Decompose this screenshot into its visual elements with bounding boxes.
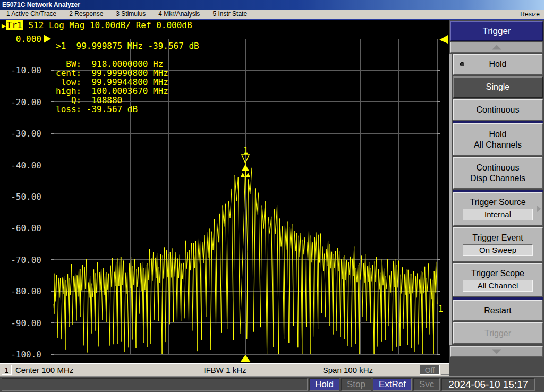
marker-readout-line: high: 100.0003670 MHz (56, 87, 199, 96)
span-label[interactable]: Span 100 kHz (323, 365, 373, 374)
marker-readout-line: BW: 918.0000000 Hz (56, 59, 199, 69)
stimulus-marker-icon[interactable] (240, 355, 251, 362)
softkey-value: On Sweep (463, 244, 533, 256)
softkey-single[interactable]: Single (453, 76, 543, 98)
active-trace-arrow-icon: ▶ (2, 22, 6, 30)
status-svc: Svc (413, 378, 440, 391)
status-message-area (2, 378, 308, 391)
softkey-label: Continuous (477, 163, 520, 173)
softkey-side-strip (449, 54, 452, 345)
softkey-trigger-scope[interactable]: Trigger ScopeAll Channel (453, 263, 543, 297)
menu-item-4[interactable]: 4 Mkr/Analysis (152, 10, 206, 19)
trace-name[interactable]: Tr1 (6, 20, 23, 30)
softkey-menu-title: Trigger (450, 21, 543, 41)
menu-item-3[interactable]: 3 Stimulus (109, 10, 152, 19)
menu-item-5[interactable]: 5 Instr State (206, 10, 253, 19)
ref-level-marker-right-icon[interactable] (439, 35, 448, 44)
menu-items: 1 Active Ch/Trace2 Response3 Stimulus4 M… (0, 10, 253, 19)
y-axis-tick-label: -90.00 (0, 318, 41, 328)
y-axis-tick-label: -30.00 (0, 129, 41, 139)
y-axis-tick-label: -20.00 (0, 97, 41, 107)
softkey-label: All Channels (474, 140, 522, 150)
softkey-buttons: HoldSingleContinuousHoldAll ChannelsCont… (453, 54, 543, 345)
status-stop: Stop (341, 378, 371, 391)
y-axis-tick-label: -60.00 (0, 223, 41, 233)
menu-item-1[interactable]: 1 Active Ch/Trace (0, 10, 63, 19)
softkey-label: Continuous (477, 105, 520, 115)
ref-level-marker-left-icon[interactable] (44, 35, 51, 43)
ifbw-label[interactable]: IFBW 1 kHz (0, 365, 450, 374)
triangle-up-icon (492, 45, 502, 50)
softkey-continuous[interactable]: Continuous (453, 99, 543, 121)
trace-number-label: 1 (438, 304, 443, 314)
bandwidth-high-marker-icon (246, 173, 250, 177)
marker-readout-line: low: 99.99944800 MHz (56, 78, 199, 87)
marker-readout-line: >1 99.999875 MHz -39.567 dB (56, 41, 199, 50)
softkey-restart[interactable]: Restart (453, 300, 543, 321)
softkey-value: All Channel (463, 280, 533, 292)
y-axis-tick-label: -80.00 (0, 286, 41, 296)
softkey-label: Hold (489, 59, 507, 70)
y-axis-tick-label: -40.00 (0, 160, 41, 171)
trace-header[interactable]: ▶Tr1 S12 Log Mag 10.00dB/ Ref 0.000dB (2, 21, 192, 31)
window-title: E5071C Network Analyzer (2, 1, 80, 8)
softkey-label: Restart (484, 305, 512, 316)
softkey-label: Trigger (484, 328, 511, 339)
instrument-display: 11 ▶Tr1 S12 Log Mag 10.00dB/ Ref 0.000dB… (0, 20, 450, 363)
entry-bar: 1 Center 100 MHz IFBW 1 kHz Span 100 kHz… (0, 363, 450, 376)
status-hold: Hold (309, 378, 339, 391)
softkey-continuous-disp-channels[interactable]: ContinuousDisp Channels (453, 157, 543, 189)
marker-readout-line: loss: -39.567 dB (56, 105, 199, 114)
datetime-display: 2024-06-10 15:17 (441, 378, 535, 391)
marker-readout-line: cent: 99.99990800 MHz (56, 69, 199, 78)
softkey-trigger-source[interactable]: Trigger SourceInternal (453, 192, 543, 226)
softkey-hold-all-channels[interactable]: HoldAll Channels (453, 123, 543, 156)
y-axis-tick-label: -10.00 (0, 65, 41, 75)
softkey-label: Single (486, 82, 509, 92)
marker-readout-line (56, 50, 199, 59)
y-axis-tick-label: -50.00 (0, 192, 41, 202)
resize-button[interactable]: Resize (516, 11, 544, 18)
trace-params: S12 Log Mag 10.00dB/ Ref 0.000dB (23, 20, 192, 30)
status-bar: HoldStopExtRefSvc 2024-06-10 15:17 (0, 376, 544, 392)
menu-bar: 1 Active Ch/Trace2 Response3 Stimulus4 M… (0, 10, 544, 20)
y-axis-tick-label: -100.0 (0, 350, 41, 360)
submenu-arrow-icon (537, 205, 541, 212)
y-axis-tick-label: 0.000 (0, 34, 41, 44)
softkey-label: Disp Channels (470, 173, 525, 184)
entry-bar-endcap (441, 365, 449, 375)
app-window: E5071C Network Analyzer 1 Active Ch/Trac… (0, 0, 544, 392)
status-indicators: HoldStopExtRefSvc (308, 378, 440, 391)
marker-readout-line: Q: 108880 (56, 96, 199, 105)
radio-dot-icon (460, 62, 464, 66)
scroll-down-button[interactable] (450, 346, 543, 357)
softkey-trigger-event[interactable]: Trigger EventOn Sweep (453, 227, 543, 262)
off-badge: Off (420, 365, 440, 375)
softkey-label: Hold (489, 129, 507, 140)
softkey-label: Trigger Scope (471, 268, 524, 279)
softkey-menu: Trigger HoldSingleContinuousHoldAll Chan… (449, 20, 544, 376)
softkey-label: Trigger Event (472, 233, 523, 243)
softkey-hold[interactable]: Hold (453, 54, 543, 75)
softkey-label: Trigger Source (470, 197, 525, 208)
menu-item-2[interactable]: 2 Response (63, 10, 109, 19)
scroll-up-button[interactable] (450, 42, 543, 53)
status-extref: ExtRef (373, 378, 412, 391)
y-axis-tick-label: -70.00 (0, 255, 41, 265)
softkey-value: Internal (463, 209, 533, 220)
bandwidth-low-marker-icon (241, 173, 245, 177)
title-bar: E5071C Network Analyzer (0, 0, 544, 10)
marker-readout: >1 99.999875 MHz -39.567 dB BW: 918.0000… (56, 41, 199, 114)
softkey-trigger: Trigger (453, 322, 543, 344)
triangle-down-icon (492, 350, 502, 354)
